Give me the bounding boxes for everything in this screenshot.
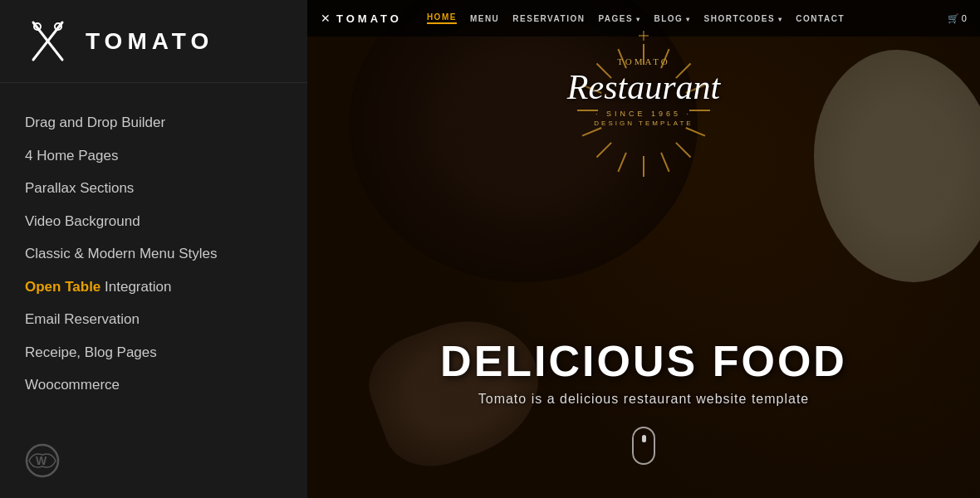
- nav-blog[interactable]: BLOG: [654, 14, 690, 23]
- nav-reservation[interactable]: RESERVATION: [512, 14, 585, 23]
- scroll-dot: [642, 435, 646, 442]
- badge-tagline: DESIGN TEMPLATE: [536, 120, 752, 127]
- feature-drag-drop: Drag and Drop Builder: [25, 106, 282, 139]
- preview-panel: ✕ TOMATO HOME MENU RESERVATION PAGES BLO…: [307, 0, 980, 498]
- center-badge: TOMATO Restaurant · SINCE 1965 · DESIGN …: [536, 48, 752, 127]
- svg-line-11: [686, 128, 705, 136]
- integration-label: Integration: [100, 279, 171, 295]
- svg-line-15: [618, 153, 626, 172]
- badge-since: · SINCE 1965 ·: [536, 110, 752, 118]
- feature-open-table: Open Table Integration: [25, 271, 282, 304]
- hero-text: DELICIOUS FOOD Tomato is a delicious res…: [440, 338, 847, 407]
- hero-heading: DELICIOUS FOOD: [440, 338, 847, 385]
- sidebar-header: TOMATO: [0, 0, 307, 83]
- feature-video-bg: Video Background: [25, 205, 282, 238]
- nav-logo-icon: ✕: [321, 12, 331, 25]
- nav-menu[interactable]: MENU: [470, 14, 499, 23]
- feature-woocommerce: Woocommerce: [25, 369, 282, 402]
- feature-email-reservation: Email Reservation: [25, 303, 282, 336]
- feature-recipe-blog: Receipe, Blog Pages: [25, 336, 282, 369]
- scroll-indicator: [632, 427, 655, 465]
- feature-home-pages: 4 Home Pages: [25, 139, 282, 173]
- nav-contact[interactable]: CONTACT: [796, 14, 845, 23]
- svg-line-16: [596, 143, 611, 158]
- svg-line-13: [661, 153, 669, 172]
- sidebar: TOMATO Drag and Drop Builder 4 Home Page…: [0, 0, 307, 498]
- nav-logo-text: TOMATO: [336, 12, 402, 25]
- badge-restaurant-text: Restaurant: [536, 68, 752, 106]
- logo-icon: [25, 18, 71, 64]
- nav-cart[interactable]: 🛒 0: [948, 13, 967, 24]
- wordpress-logo: W: [25, 443, 60, 483]
- svg-line-12: [676, 143, 691, 158]
- feature-parallax: Parallax Sections: [25, 172, 282, 205]
- svg-line-17: [582, 128, 601, 136]
- hero-subheading: Tomato is a delicious restaurant website…: [440, 392, 847, 407]
- sidebar-features: Drag and Drop Builder 4 Home Pages Paral…: [0, 83, 307, 428]
- svg-text:W: W: [36, 454, 47, 467]
- nav-home[interactable]: HOME: [427, 12, 457, 24]
- feature-menu-styles: Classic & Modern Menu Styles: [25, 237, 282, 271]
- sidebar-footer: W: [0, 428, 307, 498]
- badge-brand: TOMATO: [536, 56, 752, 66]
- nav-links: HOME MENU RESERVATION PAGES BLOG SHORTCO…: [427, 12, 948, 24]
- nav-pages[interactable]: PAGES: [598, 14, 640, 23]
- nav-shortcodes[interactable]: SHORTCODES: [704, 14, 783, 23]
- logo-title: TOMATO: [86, 28, 213, 55]
- nav-logo: ✕ TOMATO: [321, 12, 402, 25]
- open-table-label: Open Table: [25, 279, 100, 295]
